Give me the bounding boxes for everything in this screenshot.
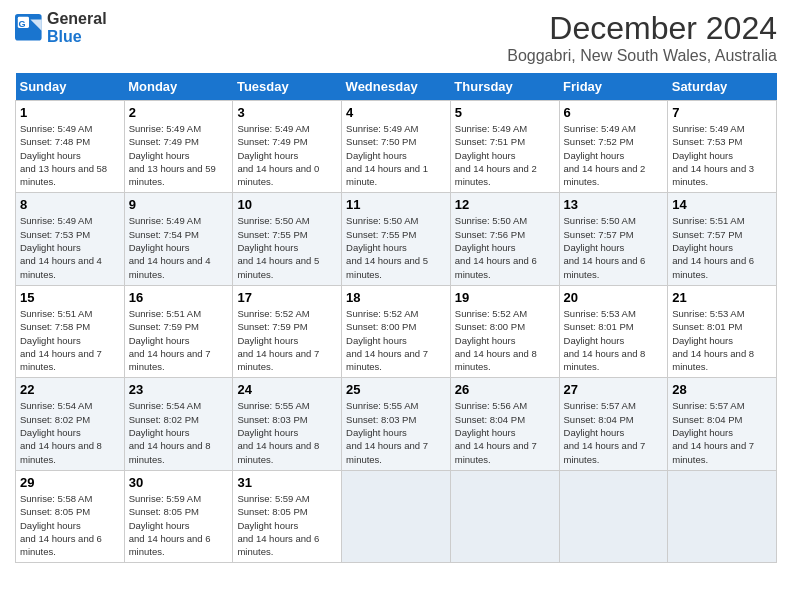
day-number: 9 [129,197,229,212]
day-cell: 19Sunrise: 5:52 AMSunset: 8:00 PMDayligh… [450,285,559,377]
day-number: 2 [129,105,229,120]
day-info: Sunrise: 5:49 AMSunset: 7:54 PMDaylight … [129,214,229,280]
main-title: December 2024 [507,10,777,47]
day-number: 26 [455,382,555,397]
day-number: 24 [237,382,337,397]
day-cell: 18Sunrise: 5:52 AMSunset: 8:00 PMDayligh… [342,285,451,377]
day-cell: 6Sunrise: 5:49 AMSunset: 7:52 PMDaylight… [559,101,668,193]
header: G General Blue December 2024 Boggabri, N… [15,10,777,65]
day-info: Sunrise: 5:52 AMSunset: 7:59 PMDaylight … [237,307,337,373]
day-number: 23 [129,382,229,397]
day-number: 13 [564,197,664,212]
header-row: Sunday Monday Tuesday Wednesday Thursday… [16,73,777,101]
logo: G General Blue [15,10,107,46]
day-cell: 27Sunrise: 5:57 AMSunset: 8:04 PMDayligh… [559,378,668,470]
day-info: Sunrise: 5:49 AMSunset: 7:49 PMDaylight … [237,122,337,188]
day-cell: 10Sunrise: 5:50 AMSunset: 7:55 PMDayligh… [233,193,342,285]
week-row-2: 8Sunrise: 5:49 AMSunset: 7:53 PMDaylight… [16,193,777,285]
day-cell: 31Sunrise: 5:59 AMSunset: 8:05 PMDayligh… [233,470,342,562]
logo-icon: G [15,14,43,42]
day-cell: 4Sunrise: 5:49 AMSunset: 7:50 PMDaylight… [342,101,451,193]
day-info: Sunrise: 5:57 AMSunset: 8:04 PMDaylight … [564,399,664,465]
day-info: Sunrise: 5:52 AMSunset: 8:00 PMDaylight … [346,307,446,373]
day-cell: 8Sunrise: 5:49 AMSunset: 7:53 PMDaylight… [16,193,125,285]
day-number: 6 [564,105,664,120]
day-info: Sunrise: 5:50 AMSunset: 7:55 PMDaylight … [346,214,446,280]
day-info: Sunrise: 5:53 AMSunset: 8:01 PMDaylight … [672,307,772,373]
day-info: Sunrise: 5:54 AMSunset: 8:02 PMDaylight … [129,399,229,465]
day-cell: 25Sunrise: 5:55 AMSunset: 8:03 PMDayligh… [342,378,451,470]
day-cell: 2Sunrise: 5:49 AMSunset: 7:49 PMDaylight… [124,101,233,193]
day-number: 30 [129,475,229,490]
day-info: Sunrise: 5:53 AMSunset: 8:01 PMDaylight … [564,307,664,373]
svg-text:G: G [19,19,26,29]
day-info: Sunrise: 5:52 AMSunset: 8:00 PMDaylight … [455,307,555,373]
day-cell: 22Sunrise: 5:54 AMSunset: 8:02 PMDayligh… [16,378,125,470]
day-info: Sunrise: 5:55 AMSunset: 8:03 PMDaylight … [346,399,446,465]
day-info: Sunrise: 5:50 AMSunset: 7:56 PMDaylight … [455,214,555,280]
day-cell: 21Sunrise: 5:53 AMSunset: 8:01 PMDayligh… [668,285,777,377]
day-info: Sunrise: 5:50 AMSunset: 7:57 PMDaylight … [564,214,664,280]
day-cell: 20Sunrise: 5:53 AMSunset: 8:01 PMDayligh… [559,285,668,377]
day-number: 22 [20,382,120,397]
header-saturday: Saturday [668,73,777,101]
day-number: 3 [237,105,337,120]
day-cell: 9Sunrise: 5:49 AMSunset: 7:54 PMDaylight… [124,193,233,285]
day-info: Sunrise: 5:55 AMSunset: 8:03 PMDaylight … [237,399,337,465]
day-info: Sunrise: 5:59 AMSunset: 8:05 PMDaylight … [237,492,337,558]
day-info: Sunrise: 5:49 AMSunset: 7:52 PMDaylight … [564,122,664,188]
day-number: 21 [672,290,772,305]
day-info: Sunrise: 5:59 AMSunset: 8:05 PMDaylight … [129,492,229,558]
day-info: Sunrise: 5:51 AMSunset: 7:57 PMDaylight … [672,214,772,280]
day-info: Sunrise: 5:49 AMSunset: 7:51 PMDaylight … [455,122,555,188]
day-cell: 23Sunrise: 5:54 AMSunset: 8:02 PMDayligh… [124,378,233,470]
subtitle: Boggabri, New South Wales, Australia [507,47,777,65]
day-number: 25 [346,382,446,397]
day-number: 16 [129,290,229,305]
day-cell: 11Sunrise: 5:50 AMSunset: 7:55 PMDayligh… [342,193,451,285]
day-number: 12 [455,197,555,212]
day-cell: 7Sunrise: 5:49 AMSunset: 7:53 PMDaylight… [668,101,777,193]
day-cell: 24Sunrise: 5:55 AMSunset: 8:03 PMDayligh… [233,378,342,470]
day-cell: 12Sunrise: 5:50 AMSunset: 7:56 PMDayligh… [450,193,559,285]
day-cell: 1Sunrise: 5:49 AMSunset: 7:48 PMDaylight… [16,101,125,193]
day-number: 29 [20,475,120,490]
day-info: Sunrise: 5:56 AMSunset: 8:04 PMDaylight … [455,399,555,465]
day-cell: 29Sunrise: 5:58 AMSunset: 8:05 PMDayligh… [16,470,125,562]
day-number: 31 [237,475,337,490]
week-row-4: 22Sunrise: 5:54 AMSunset: 8:02 PMDayligh… [16,378,777,470]
day-number: 20 [564,290,664,305]
day-cell: 30Sunrise: 5:59 AMSunset: 8:05 PMDayligh… [124,470,233,562]
day-cell: 28Sunrise: 5:57 AMSunset: 8:04 PMDayligh… [668,378,777,470]
day-info: Sunrise: 5:49 AMSunset: 7:48 PMDaylight … [20,122,120,188]
day-cell: 26Sunrise: 5:56 AMSunset: 8:04 PMDayligh… [450,378,559,470]
day-number: 28 [672,382,772,397]
header-monday: Monday [124,73,233,101]
day-info: Sunrise: 5:49 AMSunset: 7:49 PMDaylight … [129,122,229,188]
day-info: Sunrise: 5:49 AMSunset: 7:53 PMDaylight … [20,214,120,280]
header-thursday: Thursday [450,73,559,101]
day-number: 14 [672,197,772,212]
day-cell [559,470,668,562]
day-cell: 15Sunrise: 5:51 AMSunset: 7:58 PMDayligh… [16,285,125,377]
day-number: 1 [20,105,120,120]
day-cell [450,470,559,562]
day-number: 5 [455,105,555,120]
day-info: Sunrise: 5:51 AMSunset: 7:58 PMDaylight … [20,307,120,373]
day-number: 7 [672,105,772,120]
day-number: 11 [346,197,446,212]
day-info: Sunrise: 5:50 AMSunset: 7:55 PMDaylight … [237,214,337,280]
week-row-1: 1Sunrise: 5:49 AMSunset: 7:48 PMDaylight… [16,101,777,193]
day-number: 4 [346,105,446,120]
day-cell [342,470,451,562]
day-info: Sunrise: 5:57 AMSunset: 8:04 PMDaylight … [672,399,772,465]
header-friday: Friday [559,73,668,101]
header-wednesday: Wednesday [342,73,451,101]
header-tuesday: Tuesday [233,73,342,101]
logo-text: General Blue [47,10,107,46]
day-number: 17 [237,290,337,305]
day-cell: 5Sunrise: 5:49 AMSunset: 7:51 PMDaylight… [450,101,559,193]
day-cell: 17Sunrise: 5:52 AMSunset: 7:59 PMDayligh… [233,285,342,377]
day-info: Sunrise: 5:49 AMSunset: 7:53 PMDaylight … [672,122,772,188]
day-cell: 3Sunrise: 5:49 AMSunset: 7:49 PMDaylight… [233,101,342,193]
